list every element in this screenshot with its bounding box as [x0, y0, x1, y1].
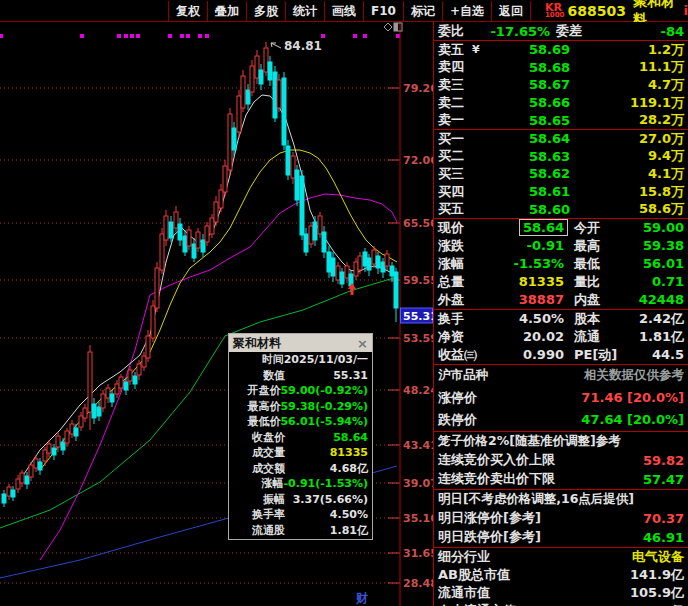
quote-value: 38887 [496, 292, 564, 307]
fund-label: 股本 [574, 310, 632, 328]
tooltip-row-label: 收盘价 [233, 430, 285, 445]
section-row: 涨停价71.46 [20.0%] [434, 387, 688, 409]
tooltip-row-label: 时间 [233, 352, 284, 367]
fund-row: 净资20.02流通1.81亿 [434, 328, 688, 346]
toolbar-button-画线[interactable]: 画线 [324, 1, 363, 21]
toolbar-button-+自选[interactable]: +自选 [442, 1, 491, 21]
quote-label: 最高 [574, 237, 632, 255]
tooltip-row: 最低价56.01(-5.94%) [229, 414, 372, 430]
fund-value: 4.50% [496, 311, 564, 326]
ask-label: 卖四 [438, 58, 472, 76]
yuan-flag-icon: ¥ [472, 43, 484, 56]
svg-text:35.16: 35.16 [403, 512, 433, 525]
quote-value: 58.64 [496, 220, 564, 235]
section-row-label: AB股总市值 [438, 566, 510, 584]
tooltip-titlebar[interactable]: 聚和材料 × [229, 334, 372, 352]
tooltip-row: 最高价59.38(-0.29%) [229, 399, 372, 415]
bid-price: 58.64 [484, 131, 570, 146]
fund-value: 1.81亿 [632, 328, 684, 346]
tooltip-row-value: 81335 [285, 446, 368, 459]
fund-label: PE[动] [574, 346, 632, 364]
tooltip-row-label: 换手率 [233, 507, 285, 522]
section-row: 明日跌停价[参考]46.91 [434, 528, 688, 547]
diamond-marker-icon[interactable] [384, 23, 392, 31]
quote-value: -0.91 [496, 238, 564, 253]
tooltip-row: 时间2025/11/03/一 [229, 352, 372, 368]
quote-row: 总量81335量比0.71 [434, 273, 688, 291]
svg-text:79.26: 79.26 [403, 82, 433, 95]
fund-label: 收益㈢ [438, 346, 496, 364]
panel-section-0: 沪市品种相关数据仅供参考涨停价71.46 [20.0%]跌停价47.64 [20… [434, 364, 688, 431]
tooltip-row-label: 最高价 [233, 399, 280, 414]
weibi-row: 委比 -17.65% 委差 -84 [434, 22, 688, 41]
fund-label: 流通 [574, 328, 632, 346]
info-badge-icon[interactable]: i [684, 3, 688, 18]
quote-label: 总量 [438, 273, 496, 291]
section-row-label: 涨停价 [438, 389, 477, 407]
close-icon[interactable]: × [357, 336, 368, 351]
section-row-value: 电气设备 [632, 548, 684, 566]
ask-volume: 4.7万 [570, 76, 684, 94]
svg-text:48.24: 48.24 [403, 384, 433, 397]
quote-panel: 委比 -17.65% 委差 -84 卖五¥58.691.2万卖四58.6811.… [433, 22, 688, 606]
section-row: 自由流通市值95.0亿 [434, 602, 688, 606]
toolbar-button-标记[interactable]: 标记 [403, 1, 442, 21]
tooltip-row: 流通股1.81亿 [229, 523, 372, 539]
toolbar-button-叠加[interactable]: 叠加 [207, 1, 246, 21]
svg-text:59.55: 59.55 [403, 274, 433, 287]
panel-section-3: 细分行业电气设备AB股总市值141.9亿流通市值105.9亿自由流通市值95.0… [434, 547, 688, 606]
tooltip-row-value: 4.68亿 [285, 461, 368, 476]
quote-label: 内盘 [574, 291, 632, 309]
section-header: 明日[不考虑价格调整,16点后提供] [434, 490, 688, 509]
quote-row: 现价58.64今开59.00 [434, 219, 688, 237]
section-row-value: 105.9亿 [630, 584, 684, 602]
tooltip-row-label: 成交额 [233, 461, 285, 476]
svg-text:53.59: 53.59 [403, 332, 433, 345]
ask-volume: 11.1万 [570, 58, 684, 76]
ask-price: 58.67 [484, 77, 570, 92]
tooltip-row: 振幅3.37(5.66%) [229, 492, 372, 508]
quote-label: 量比 [574, 273, 632, 291]
bid-volume: 9.4万 [570, 147, 684, 165]
bid-levels: 买一58.6427.0万买二58.639.4万买三58.624.1万买四58.6… [434, 129, 688, 218]
section-row-label: 明日跌停价[参考] [438, 528, 541, 546]
tooltip-rows: 时间2025/11/03/一数值55.31开盘价59.00(-0.92%)最高价… [229, 352, 372, 538]
tooltip-row-value: 58.64 [285, 431, 368, 444]
tooltip-row-value: -0.91(-1.53%) [284, 477, 369, 490]
bid-price: 58.63 [484, 149, 570, 164]
svg-text:65.50: 65.50 [403, 217, 433, 230]
section-row-label: 连续竞价卖出价下限 [438, 470, 555, 488]
toolbar-button-多股[interactable]: 多股 [246, 1, 285, 21]
section-row-value: 71.46 [20.0%] [581, 390, 684, 405]
toolbar-button-F10[interactable]: F10 [363, 1, 403, 21]
ask-price: 58.66 [484, 95, 570, 110]
section-row-label: 明日涨停价[参考] [438, 509, 541, 527]
bid-price: 58.61 [484, 184, 570, 199]
bid-label: 买五 [438, 200, 472, 218]
section-row-label: 跌停价 [438, 411, 477, 429]
bid-price: 58.62 [484, 166, 570, 181]
section-row: 跌停价47.64 [20.0%] [434, 409, 688, 431]
tooltip-title: 聚和材料 [233, 335, 281, 352]
ask-row: 卖二58.66119.1万 [434, 94, 688, 112]
ask-price: 58.65 [484, 113, 570, 128]
weibi-label: 委比 [438, 22, 464, 40]
ask-price: 58.69 [484, 42, 570, 57]
toolbar-buttons: 复权叠加多股统计画线F10标记+自选返回 [168, 1, 531, 21]
section-row-value: 46.91 [643, 530, 684, 545]
section-row-label: 流通市值 [438, 584, 490, 602]
toolbar-button-返回[interactable]: 返回 [491, 1, 531, 21]
quote-value: -1.53% [496, 256, 564, 271]
tooltip-row: 涨幅-0.91(-1.53%) [229, 476, 372, 492]
toolbar-button-复权[interactable]: 复权 [168, 1, 207, 21]
toolbar-button-统计[interactable]: 统计 [285, 1, 324, 21]
peak-price-label: 84.81 [284, 39, 322, 53]
bid-row: 买四58.6115.8万 [434, 183, 688, 201]
quote-row: 涨幅-1.53%最低56.01 [434, 255, 688, 273]
weicha-label: 委差 [556, 22, 582, 40]
section-title: 明日[不考虑价格调整,16点后提供] [438, 491, 634, 508]
current-price-box: 58.64 [519, 219, 568, 236]
broker-logo: KR 1000 [545, 3, 564, 19]
fund-value: 0.990 [496, 347, 564, 362]
section-row-label: 自由流通市值 [438, 602, 516, 606]
